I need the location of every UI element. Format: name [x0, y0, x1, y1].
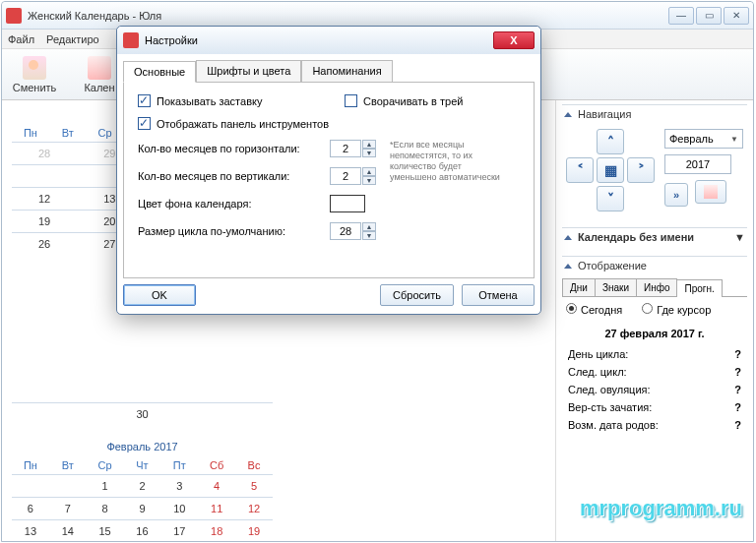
info-rows: День цикла:? След. цикл:? След. овуляция…	[562, 345, 747, 434]
chk-splash[interactable]	[138, 94, 151, 107]
ok-button[interactable]: OK	[123, 284, 196, 306]
dlg-tab-remind[interactable]: Напоминания	[301, 60, 392, 82]
nav-grid: ˄ ˂▦˃ ˅	[566, 129, 655, 211]
spin-vmonths[interactable]: ▲▼	[330, 167, 376, 185]
menu-edit[interactable]: Редактиро	[46, 33, 99, 45]
dialog-titlebar: Настройки X	[117, 27, 540, 54]
spin-cycle[interactable]: ▲▼	[330, 222, 376, 240]
user-icon	[23, 56, 46, 80]
minimize-button[interactable]: —	[668, 7, 694, 25]
radio-cursor[interactable]: Где курсор	[642, 303, 711, 316]
lbl-cycle: Размер цикла по-умолчанию:	[138, 225, 330, 237]
close-button[interactable]: ✕	[724, 7, 749, 25]
radio-today[interactable]: Сегодня	[566, 303, 622, 316]
lbl-tray: Сворачивать в трей	[363, 95, 463, 107]
cal-feb-title: Февраль 2017	[12, 437, 273, 456]
display-tabs: Дни Знаки Инфо Прогн.	[562, 278, 747, 297]
chevron-up-icon	[564, 235, 572, 240]
nav-right[interactable]: ˃	[627, 157, 655, 183]
months-hint: *Если все месяцы непоместятся, то их кол…	[390, 140, 508, 183]
lbl-hmonths: Кол-во месяцев по горизонтали:	[138, 143, 330, 154]
calendar-icon	[88, 56, 111, 80]
chevron-up-icon	[564, 264, 572, 269]
month-combo[interactable]: Февраль▼	[664, 129, 743, 149]
lbl-toolbar: Отображать панель инструментов	[157, 118, 329, 130]
display-title: Отображение	[578, 260, 647, 272]
nav-today-button[interactable]	[695, 180, 726, 204]
lbl-splash: Показывать заставку	[157, 95, 262, 107]
dlg-tab-main[interactable]: Основные	[123, 61, 196, 83]
maximize-button[interactable]: ▭	[696, 7, 722, 25]
nav-fast-button[interactable]: »	[664, 183, 688, 207]
tool-calendar-label: Кален	[84, 82, 114, 93]
watermark: mrprogramm.ru	[580, 496, 742, 521]
app-icon	[6, 8, 22, 24]
calname-label: Календарь без имени	[578, 231, 694, 243]
chk-toolbar[interactable]	[138, 117, 151, 130]
dialog-title: Настройки	[145, 34, 493, 46]
color-swatch[interactable]	[330, 195, 365, 212]
app-icon	[123, 32, 139, 48]
display-panel-head[interactable]: Отображение	[562, 256, 747, 274]
dlg-tab-fonts[interactable]: Шрифты и цвета	[196, 60, 301, 82]
year-box[interactable]: 2017	[664, 154, 731, 174]
tab-days[interactable]: Дни	[562, 278, 596, 296]
nav-up[interactable]: ˄	[597, 129, 624, 154]
nav-center[interactable]: ▦	[597, 157, 624, 183]
tab-info[interactable]: Инфо	[636, 278, 678, 296]
date-heading: 27 февраля 2017 г.	[562, 322, 747, 345]
reset-button[interactable]: Сбросить	[380, 284, 454, 306]
chk-tray[interactable]	[345, 94, 357, 107]
nav-title: Навигация	[578, 108, 631, 120]
calname-panel[interactable]: Календарь без имени▼	[562, 227, 747, 246]
lbl-bgcolor: Цвет фона календаря:	[138, 198, 330, 210]
nav-down[interactable]: ˅	[597, 186, 624, 211]
dialog-close-button[interactable]: X	[493, 31, 535, 49]
tool-change-user[interactable]: Сменить	[6, 51, 63, 98]
tool-change-label: Сменить	[13, 82, 57, 93]
tab-prog[interactable]: Прогн.	[676, 279, 722, 297]
menu-file[interactable]: Файл	[8, 33, 34, 45]
lbl-vmonths: Кол-во месяцев по вертикали:	[138, 170, 330, 182]
chevron-up-icon	[564, 112, 572, 117]
nav-panel-head[interactable]: Навигация	[562, 104, 747, 123]
tab-signs[interactable]: Знаки	[595, 278, 637, 296]
spin-hmonths[interactable]: ▲▼	[330, 140, 376, 157]
window-title: Женский Календарь - Юля	[28, 10, 668, 22]
nav-left[interactable]: ˂	[566, 157, 594, 183]
cal-feb[interactable]: ПнВтСрЧтПтСбВс	[12, 456, 273, 474]
dialog-tabs: Основные Шрифты и цвета Напоминания	[117, 54, 540, 82]
cancel-button[interactable]: Отмена	[462, 284, 535, 306]
settings-dialog: Настройки X Основные Шрифты и цвета Напо…	[116, 26, 541, 315]
